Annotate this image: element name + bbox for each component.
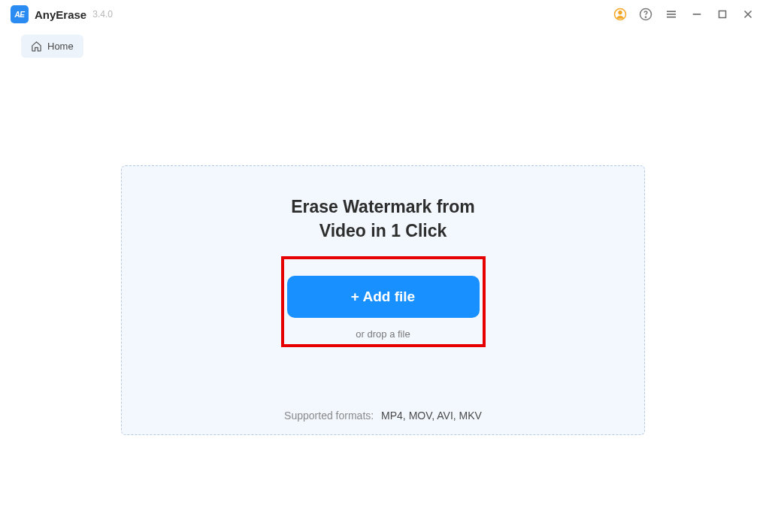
- home-label: Home: [47, 41, 74, 52]
- svg-rect-8: [719, 11, 726, 18]
- drop-zone[interactable]: Erase Watermark from Video in 1 Click + …: [121, 165, 645, 435]
- minimize-icon[interactable]: [689, 7, 704, 22]
- close-icon[interactable]: [740, 7, 755, 22]
- supported-formats-list: MP4, MOV, AVI, MKV: [381, 410, 482, 422]
- breadcrumb: Home: [0, 29, 766, 64]
- svg-point-3: [645, 17, 646, 17]
- drop-heading: Erase Watermark from Video in 1 Click: [291, 195, 475, 243]
- heading-line1: Erase Watermark from: [291, 195, 475, 219]
- app-logo: AE: [11, 5, 29, 23]
- app-name: AnyErase: [35, 8, 86, 21]
- svg-point-1: [619, 11, 622, 14]
- add-file-button[interactable]: + Add file: [287, 276, 480, 318]
- titlebar-right: [613, 7, 755, 22]
- main-area: Erase Watermark from Video in 1 Click + …: [0, 64, 766, 435]
- account-icon[interactable]: [613, 7, 628, 22]
- home-icon: [31, 41, 42, 52]
- home-breadcrumb[interactable]: Home: [21, 35, 83, 58]
- maximize-icon[interactable]: [715, 7, 730, 22]
- app-version: 3.4.0: [92, 9, 113, 20]
- highlight-annotation: + Add file or drop a file: [281, 256, 486, 347]
- heading-line2: Video in 1 Click: [291, 219, 475, 243]
- help-icon[interactable]: [638, 7, 653, 22]
- menu-icon[interactable]: [664, 7, 679, 22]
- supported-formats: Supported formats: MP4, MOV, AVI, MKV: [284, 410, 482, 422]
- titlebar-left: AE AnyErase 3.4.0: [11, 5, 113, 23]
- supported-label: Supported formats:: [284, 410, 374, 422]
- titlebar: AE AnyErase 3.4.0: [0, 0, 766, 29]
- drop-hint: or drop a file: [356, 328, 410, 340]
